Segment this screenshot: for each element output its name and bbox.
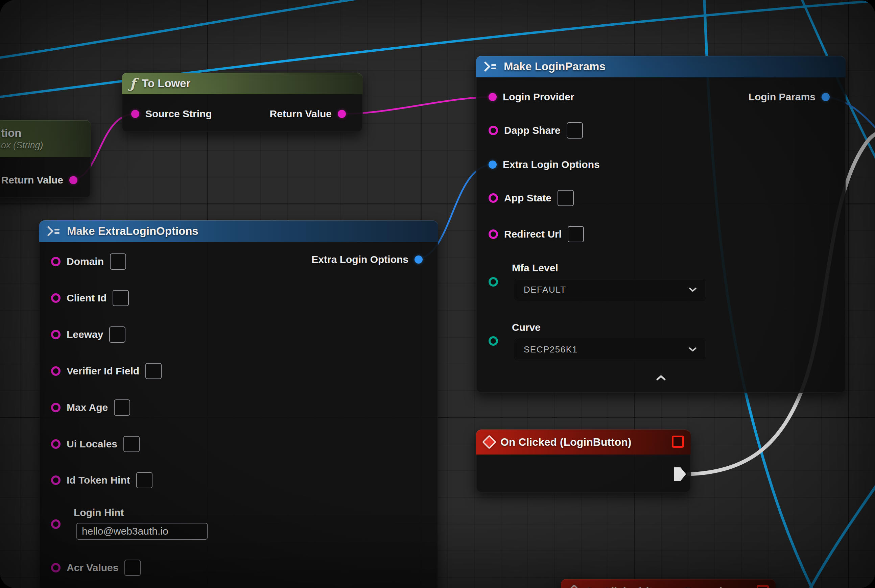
pin-label-domain: Domain bbox=[67, 256, 104, 267]
pin-row-return-value: Return Value bbox=[0, 172, 77, 188]
input-pin-mfa-level[interactable] bbox=[489, 277, 498, 286]
output-pin-return-value[interactable] bbox=[338, 110, 346, 118]
pin-row-ui-locales: Ui Locales bbox=[51, 436, 140, 452]
pin-row-acr-values: Acr Values bbox=[51, 560, 141, 576]
input-pin-acr-values[interactable] bbox=[51, 563, 60, 573]
pin-label-source-string: Source String bbox=[145, 108, 212, 120]
curve-dropdown[interactable]: SECP256K1 bbox=[514, 339, 706, 360]
input-pin-dapp-share[interactable] bbox=[489, 126, 498, 135]
node-make-loginparams[interactable]: Make LoginParams Login Provider Login Pa… bbox=[476, 56, 846, 393]
id-token-hint-value-input[interactable] bbox=[136, 472, 152, 488]
wire-string-tolower-loginprovider bbox=[341, 97, 493, 114]
pin-label-extra-login-options: Extra Login Options bbox=[503, 159, 600, 170]
leeway-value-input[interactable] bbox=[109, 327, 125, 343]
pin-row-extra-login-options: Extra Login Options bbox=[489, 156, 600, 172]
node-subtitle: ox (String) bbox=[1, 140, 43, 151]
input-pin-domain[interactable] bbox=[51, 257, 60, 266]
input-pin-verifier-id-field[interactable] bbox=[51, 366, 60, 376]
node-header[interactable]: tion ox (String) bbox=[0, 120, 91, 157]
pin-label-mfa-level: Mfa Level bbox=[512, 262, 558, 274]
pin-label-return-value: Return Value bbox=[270, 108, 332, 120]
input-pin-login-hint[interactable] bbox=[51, 519, 60, 529]
node-title: Make ExtraLoginOptions bbox=[67, 225, 198, 238]
pin-label-id-token-hint: Id Token Hint bbox=[67, 474, 130, 486]
node-onclicked-loginbutton[interactable]: On Clicked (LoginButton) bbox=[476, 429, 691, 493]
pin-label-redirect-url: Redirect Url bbox=[504, 228, 562, 240]
mfa-level-value: DEFAULT bbox=[524, 285, 566, 295]
node-to-lower[interactable]: ƒ To Lower Source String Return Value bbox=[122, 73, 363, 132]
pin-label-extra-login-options: Extra Login Options bbox=[311, 254, 409, 265]
verifier-id-field-value-input[interactable] bbox=[145, 363, 162, 379]
node-text-function-partial[interactable]: tion ox (String) Return Value bbox=[0, 120, 91, 198]
blueprint-graph-canvas[interactable]: tion ox (String) Return Value ƒ To Lower… bbox=[0, 0, 875, 588]
domain-value-input[interactable] bbox=[110, 254, 126, 270]
node-onclicked-logoutbutton[interactable]: On Clicked (LogoutButton) bbox=[561, 579, 776, 588]
input-pin-extra-login-options[interactable] bbox=[489, 160, 497, 169]
node-header[interactable]: Make LoginParams bbox=[476, 56, 846, 77]
make-struct-icon bbox=[47, 226, 61, 236]
pin-label-login-hint: Login Hint bbox=[74, 507, 124, 518]
dapp-share-value-input[interactable] bbox=[567, 122, 583, 138]
make-struct-icon bbox=[484, 62, 498, 72]
delegate-pin[interactable] bbox=[672, 436, 684, 448]
output-pin-extra-login-options[interactable] bbox=[415, 255, 422, 264]
pin-row-verifier-id-field: Verifier Id Field bbox=[51, 363, 162, 379]
login-hint-input[interactable] bbox=[77, 523, 207, 540]
max-age-value-input[interactable] bbox=[114, 399, 130, 416]
pin-label-login-provider: Login Provider bbox=[503, 91, 574, 103]
pin-label-max-age: Max Age bbox=[67, 402, 108, 413]
event-diamond-icon bbox=[567, 584, 581, 588]
mfa-level-dropdown[interactable]: DEFAULT bbox=[514, 279, 706, 300]
output-pin-login-params[interactable] bbox=[822, 93, 830, 101]
input-pin-curve[interactable] bbox=[489, 336, 498, 346]
pin-row-domain: Domain bbox=[51, 254, 126, 270]
pin-label-acr-values: Acr Values bbox=[67, 562, 118, 573]
node-header[interactable]: On Clicked (LoginButton) bbox=[476, 429, 691, 454]
pin-label-leeway: Leeway bbox=[67, 329, 103, 340]
pin-label-login-params: Login Params bbox=[749, 91, 815, 103]
exec-output-pin[interactable] bbox=[674, 467, 686, 481]
acr-values-value-input[interactable] bbox=[125, 560, 141, 576]
pin-row-return-value: Return Value bbox=[257, 106, 346, 122]
node-make-extraloginoptions[interactable]: Make ExtraLoginOptions Extra Login Optio… bbox=[39, 220, 438, 588]
pin-row-redirect-url: Redirect Url bbox=[489, 226, 584, 242]
node-header[interactable]: On Clicked (LogoutButton) bbox=[561, 579, 776, 588]
node-title: On Clicked (LogoutButton) bbox=[585, 585, 723, 588]
chevron-down-icon bbox=[689, 347, 697, 352]
node-header[interactable]: Make ExtraLoginOptions bbox=[39, 220, 438, 242]
app-state-value-input[interactable] bbox=[558, 190, 574, 206]
input-pin-ui-locales[interactable] bbox=[51, 439, 60, 449]
pin-row-app-state: App State bbox=[489, 190, 574, 206]
input-pin-source-string[interactable] bbox=[131, 110, 139, 118]
pin-label-return-value: Return Value bbox=[2, 174, 63, 186]
input-pin-login-provider[interactable] bbox=[489, 93, 497, 101]
pin-label-client-id: Client Id bbox=[67, 292, 107, 304]
chevron-down-icon bbox=[689, 287, 697, 292]
chevron-up-icon bbox=[656, 375, 666, 381]
collapse-advanced-button[interactable] bbox=[651, 373, 671, 383]
delegate-pin[interactable] bbox=[757, 585, 769, 588]
pin-row-login-provider: Login Provider bbox=[489, 89, 574, 105]
pin-label-ui-locales: Ui Locales bbox=[67, 438, 117, 450]
redirect-url-value-input[interactable] bbox=[568, 226, 584, 242]
input-pin-max-age[interactable] bbox=[51, 403, 60, 412]
pin-label-dapp-share: Dapp Share bbox=[504, 125, 561, 136]
node-title: tion bbox=[1, 127, 21, 140]
pin-row-extra-login-options-out: Extra Login Options bbox=[208, 251, 422, 268]
client-id-value-input[interactable] bbox=[113, 290, 129, 306]
pin-label-app-state: App State bbox=[504, 192, 552, 204]
output-pin-return-value[interactable] bbox=[69, 176, 77, 184]
ui-locales-value-input[interactable] bbox=[123, 436, 140, 452]
pin-row-id-token-hint: Id Token Hint bbox=[51, 472, 152, 488]
input-pin-id-token-hint[interactable] bbox=[51, 476, 60, 485]
input-pin-leeway[interactable] bbox=[51, 330, 60, 339]
node-title: Make LoginParams bbox=[504, 60, 606, 73]
wire-route-top-1 bbox=[0, 0, 371, 58]
input-pin-app-state[interactable] bbox=[489, 193, 498, 203]
node-header[interactable]: ƒ To Lower bbox=[122, 73, 363, 94]
pin-row-leeway: Leeway bbox=[51, 327, 125, 343]
function-icon: ƒ bbox=[130, 77, 135, 90]
input-pin-redirect-url[interactable] bbox=[489, 230, 498, 239]
pin-row-client-id: Client Id bbox=[51, 290, 129, 306]
input-pin-client-id[interactable] bbox=[51, 293, 60, 303]
